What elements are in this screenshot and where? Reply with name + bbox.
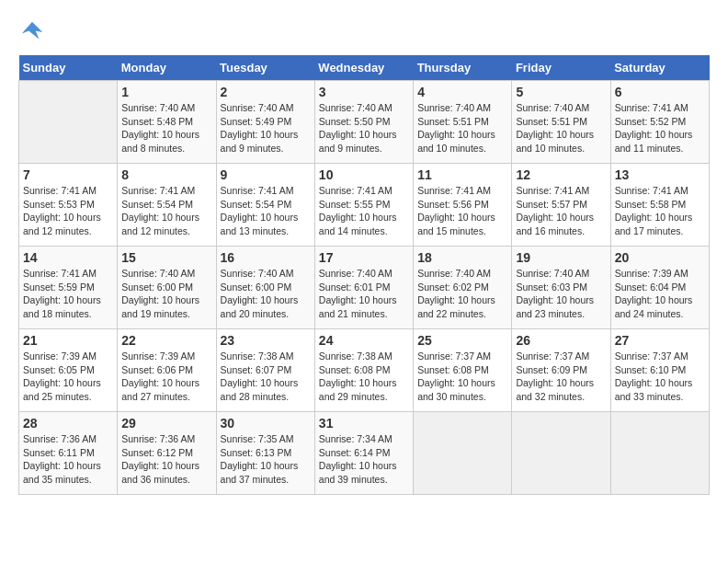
day-number: 21: [23, 333, 113, 348]
week-row-2: 7Sunrise: 7:41 AM Sunset: 5:53 PM Daylig…: [19, 164, 710, 247]
day-info: Sunrise: 7:38 AM Sunset: 6:07 PM Dayligh…: [221, 350, 311, 404]
day-cell: [610, 412, 709, 495]
week-row-4: 21Sunrise: 7:39 AM Sunset: 6:05 PM Dayli…: [19, 329, 710, 412]
day-info: Sunrise: 7:41 AM Sunset: 5:53 PM Dayligh…: [23, 184, 113, 238]
day-info: Sunrise: 7:36 AM Sunset: 6:11 PM Dayligh…: [23, 432, 113, 487]
day-cell: 2Sunrise: 7:40 AM Sunset: 5:49 PM Daylig…: [216, 81, 314, 164]
day-cell: 14Sunrise: 7:41 AM Sunset: 5:59 PM Dayli…: [19, 247, 118, 329]
day-number: 3: [319, 85, 409, 99]
day-number: 9: [221, 167, 311, 182]
day-number: 7: [23, 167, 113, 182]
day-cell: [19, 81, 118, 164]
day-info: Sunrise: 7:37 AM Sunset: 6:08 PM Dayligh…: [417, 350, 507, 404]
day-number: 14: [23, 250, 113, 265]
day-number: 18: [417, 250, 507, 265]
day-number: 12: [516, 167, 606, 182]
day-number: 24: [319, 333, 409, 348]
header-cell-monday: Monday: [118, 55, 216, 81]
day-number: 27: [615, 333, 705, 348]
day-info: Sunrise: 7:41 AM Sunset: 5:56 PM Dayligh…: [417, 184, 507, 238]
day-cell: 7Sunrise: 7:41 AM Sunset: 5:53 PM Daylig…: [19, 164, 118, 247]
day-info: Sunrise: 7:37 AM Sunset: 6:10 PM Dayligh…: [615, 350, 705, 404]
day-cell: 4Sunrise: 7:40 AM Sunset: 5:51 PM Daylig…: [414, 81, 512, 164]
day-cell: 11Sunrise: 7:41 AM Sunset: 5:56 PM Dayli…: [414, 164, 512, 247]
day-info: Sunrise: 7:41 AM Sunset: 5:59 PM Dayligh…: [23, 267, 113, 321]
day-cell: [414, 412, 512, 495]
day-cell: 28Sunrise: 7:36 AM Sunset: 6:11 PM Dayli…: [19, 412, 118, 495]
day-info: Sunrise: 7:41 AM Sunset: 5:54 PM Dayligh…: [221, 184, 311, 238]
day-number: 20: [615, 250, 705, 265]
day-info: Sunrise: 7:39 AM Sunset: 6:04 PM Dayligh…: [615, 267, 705, 321]
day-cell: 26Sunrise: 7:37 AM Sunset: 6:09 PM Dayli…: [512, 329, 610, 412]
day-cell: 6Sunrise: 7:41 AM Sunset: 5:52 PM Daylig…: [610, 81, 709, 164]
day-cell: 3Sunrise: 7:40 AM Sunset: 5:50 PM Daylig…: [314, 81, 413, 164]
day-number: 2: [221, 85, 311, 99]
day-info: Sunrise: 7:40 AM Sunset: 6:00 PM Dayligh…: [121, 267, 211, 321]
day-number: 28: [23, 416, 113, 431]
day-number: 26: [516, 333, 606, 348]
day-cell: 27Sunrise: 7:37 AM Sunset: 6:10 PM Dayli…: [610, 329, 709, 412]
day-number: 19: [516, 250, 606, 265]
day-number: 13: [615, 167, 705, 182]
svg-marker-0: [22, 22, 43, 40]
day-cell: 16Sunrise: 7:40 AM Sunset: 6:00 PM Dayli…: [216, 247, 314, 329]
header-cell-wednesday: Wednesday: [314, 55, 413, 81]
day-number: 22: [121, 333, 211, 348]
day-info: Sunrise: 7:40 AM Sunset: 5:49 PM Dayligh…: [221, 101, 311, 155]
day-info: Sunrise: 7:39 AM Sunset: 6:05 PM Dayligh…: [23, 350, 113, 404]
day-info: Sunrise: 7:41 AM Sunset: 5:52 PM Dayligh…: [615, 101, 705, 155]
day-cell: 24Sunrise: 7:38 AM Sunset: 6:08 PM Dayli…: [314, 329, 413, 412]
day-number: 8: [121, 167, 211, 182]
header-row: SundayMondayTuesdayWednesdayThursdayFrid…: [19, 55, 710, 81]
day-number: 15: [121, 250, 211, 265]
header-cell-thursday: Thursday: [414, 55, 512, 81]
day-info: Sunrise: 7:39 AM Sunset: 6:06 PM Dayligh…: [121, 350, 211, 404]
week-row-3: 14Sunrise: 7:41 AM Sunset: 5:59 PM Dayli…: [19, 247, 710, 329]
day-info: Sunrise: 7:40 AM Sunset: 5:50 PM Dayligh…: [319, 101, 409, 155]
day-cell: 10Sunrise: 7:41 AM Sunset: 5:55 PM Dayli…: [314, 164, 413, 247]
day-cell: 30Sunrise: 7:35 AM Sunset: 6:13 PM Dayli…: [216, 412, 314, 495]
day-info: Sunrise: 7:41 AM Sunset: 5:55 PM Dayligh…: [319, 184, 409, 238]
day-number: 29: [121, 416, 211, 431]
day-info: Sunrise: 7:40 AM Sunset: 5:51 PM Dayligh…: [417, 101, 507, 155]
day-cell: 18Sunrise: 7:40 AM Sunset: 6:02 PM Dayli…: [414, 247, 512, 329]
day-info: Sunrise: 7:35 AM Sunset: 6:13 PM Dayligh…: [221, 432, 311, 487]
day-number: 10: [319, 167, 409, 182]
day-cell: 8Sunrise: 7:41 AM Sunset: 5:54 PM Daylig…: [118, 164, 216, 247]
header-cell-tuesday: Tuesday: [216, 55, 314, 81]
day-cell: 12Sunrise: 7:41 AM Sunset: 5:57 PM Dayli…: [512, 164, 610, 247]
day-info: Sunrise: 7:37 AM Sunset: 6:09 PM Dayligh…: [516, 350, 606, 404]
day-cell: 5Sunrise: 7:40 AM Sunset: 5:51 PM Daylig…: [512, 81, 610, 164]
day-cell: 20Sunrise: 7:39 AM Sunset: 6:04 PM Dayli…: [610, 247, 709, 329]
day-cell: 1Sunrise: 7:40 AM Sunset: 5:48 PM Daylig…: [118, 81, 216, 164]
day-info: Sunrise: 7:41 AM Sunset: 5:54 PM Dayligh…: [121, 184, 211, 238]
day-number: 16: [221, 250, 311, 265]
day-number: 31: [319, 416, 409, 431]
day-info: Sunrise: 7:40 AM Sunset: 6:03 PM Dayligh…: [516, 267, 606, 321]
logo-icon: [18, 18, 46, 46]
day-cell: 17Sunrise: 7:40 AM Sunset: 6:01 PM Dayli…: [314, 247, 413, 329]
day-cell: 29Sunrise: 7:36 AM Sunset: 6:12 PM Dayli…: [118, 412, 216, 495]
day-cell: 9Sunrise: 7:41 AM Sunset: 5:54 PM Daylig…: [216, 164, 314, 247]
day-info: Sunrise: 7:40 AM Sunset: 5:48 PM Dayligh…: [121, 101, 211, 155]
day-number: 6: [615, 85, 705, 99]
calendar-table: SundayMondayTuesdayWednesdayThursdayFrid…: [18, 55, 710, 495]
day-cell: 19Sunrise: 7:40 AM Sunset: 6:03 PM Dayli…: [512, 247, 610, 329]
week-row-1: 1Sunrise: 7:40 AM Sunset: 5:48 PM Daylig…: [19, 81, 710, 164]
day-number: 4: [417, 85, 507, 99]
day-info: Sunrise: 7:40 AM Sunset: 5:51 PM Dayligh…: [516, 101, 606, 155]
day-info: Sunrise: 7:38 AM Sunset: 6:08 PM Dayligh…: [319, 350, 409, 404]
day-cell: 13Sunrise: 7:41 AM Sunset: 5:58 PM Dayli…: [610, 164, 709, 247]
day-info: Sunrise: 7:36 AM Sunset: 6:12 PM Dayligh…: [121, 432, 211, 487]
page-header: [18, 18, 710, 46]
day-number: 5: [516, 85, 606, 99]
header-cell-saturday: Saturday: [610, 55, 709, 81]
header-cell-sunday: Sunday: [19, 55, 118, 81]
day-cell: [512, 412, 610, 495]
day-info: Sunrise: 7:40 AM Sunset: 6:02 PM Dayligh…: [417, 267, 507, 321]
header-cell-friday: Friday: [512, 55, 610, 81]
day-info: Sunrise: 7:40 AM Sunset: 6:00 PM Dayligh…: [221, 267, 311, 321]
day-info: Sunrise: 7:34 AM Sunset: 6:14 PM Dayligh…: [319, 432, 409, 487]
day-cell: 22Sunrise: 7:39 AM Sunset: 6:06 PM Dayli…: [118, 329, 216, 412]
day-cell: 23Sunrise: 7:38 AM Sunset: 6:07 PM Dayli…: [216, 329, 314, 412]
